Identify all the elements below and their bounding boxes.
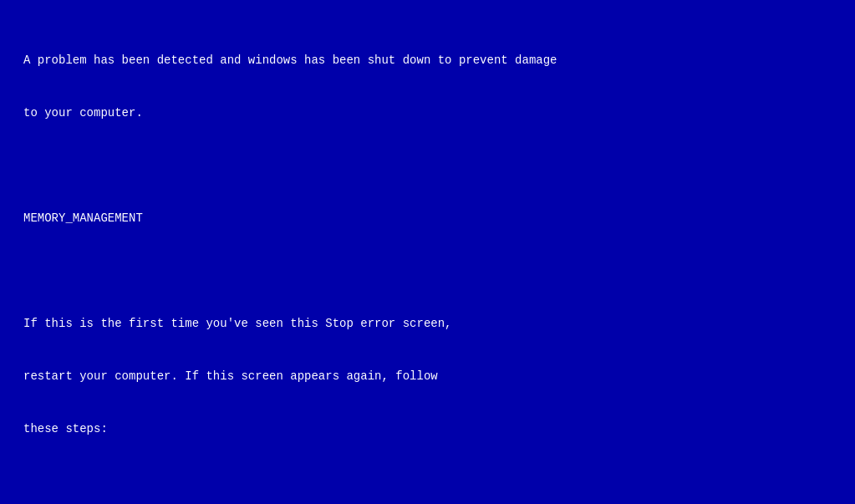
bsod-line-1: A problem has been detected and windows … — [23, 52, 832, 69]
bsod-error-code: MEMORY_MANAGEMENT — [23, 210, 832, 227]
bsod-screen: A problem has been detected and windows … — [0, 0, 855, 504]
bsod-line-2: to your computer. — [23, 104, 832, 122]
bsod-line-3: If this is the first time you've seen th… — [23, 315, 832, 333]
bsod-line-4: restart your computer. If this screen ap… — [23, 368, 832, 385]
bsod-spacer-3 — [23, 473, 832, 491]
bsod-spacer-1 — [23, 157, 832, 175]
bsod-spacer-2 — [23, 262, 832, 280]
bsod-line-5: these steps: — [23, 420, 832, 438]
